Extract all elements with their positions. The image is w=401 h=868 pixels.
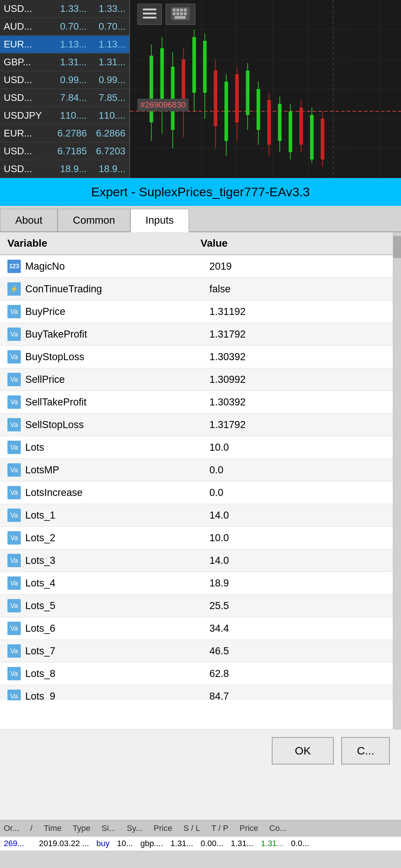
market-symbol: USD... [4,74,48,86]
hamburger-menu-button[interactable] [137,4,162,25]
row-variable-value[interactable]: 1.30392 [209,351,394,363]
table-row[interactable]: Va LotsMP 0.0 [0,459,401,481]
scrollbar-thumb[interactable] [393,236,401,258]
tab-common[interactable]: Common [58,209,130,231]
row-icon: Va [7,328,21,341]
cancel-button[interactable]: C... [341,737,390,765]
table-row[interactable]: Va Lots_7 46.5 [0,640,401,662]
taskbar-col-header: T / P [211,823,228,833]
row-variable-value[interactable]: 46.5 [209,645,394,657]
row-variable-value[interactable]: 0.0 [209,487,394,499]
market-bid: 1.31... [53,56,87,68]
row-variable-value[interactable]: 1.30992 [209,374,394,385]
market-watch-section: USD...1.33...1.33...AUD...0.70...0.70...… [0,0,401,178]
svg-rect-4 [173,9,176,11]
row-variable-value[interactable]: 25.5 [209,600,394,612]
col-variable-header: Variable [7,237,200,249]
market-ask: 7.85... [92,92,125,103]
tabs-bar: AboutCommonInputs [0,206,401,232]
row-variable-value[interactable]: 10.0 [209,532,394,544]
market-bid: 7.84... [53,92,87,103]
table-row[interactable]: Va Lots_9 84.7 [0,685,401,700]
svg-rect-39 [203,41,207,93]
market-row[interactable]: EUR...6.27866.2866 [0,125,129,142]
row-icon: Va [7,418,21,431]
row-variable-value[interactable]: 14.0 [209,510,394,521]
table-row[interactable]: Va SellStopLoss 1.31792 [0,414,401,436]
table-row[interactable]: Va Lots_8 62.8 [0,662,401,685]
row-variable-value[interactable]: false [209,283,394,295]
svg-rect-59 [310,115,314,160]
market-row[interactable]: USD...6.71856.7203 [0,142,129,160]
market-row[interactable]: USD...0.99...0.99... [0,71,129,89]
keyboard-button[interactable] [166,4,195,25]
market-bid: 110.... [53,110,87,121]
vertical-scrollbar[interactable] [393,232,401,729]
table-row[interactable]: Va Lots_5 25.5 [0,595,401,617]
market-ask: 1.31... [92,56,125,68]
row-variable-value[interactable]: 34.4 [209,623,394,634]
table-row[interactable]: Va Lots_3 14.0 [0,549,401,572]
table-scroll-area[interactable]: 123 MagicNo 2019 ⚡ ConTinueTrading false… [0,255,401,700]
table-row[interactable]: Va Lots_1 14.0 [0,504,401,527]
row-variable-value[interactable]: 1.31792 [209,329,394,340]
market-row[interactable]: USDJPY110....110.... [0,107,129,125]
market-row[interactable]: AUD...0.70...0.70... [0,18,129,36]
tab-inputs[interactable]: Inputs [130,209,189,232]
row-variable-value[interactable]: 1.31192 [209,306,394,318]
table-row[interactable]: ⚡ ConTinueTrading false [0,278,401,300]
svg-rect-45 [235,74,239,122]
row-variable-name: BuyPrice [25,306,209,318]
table-row[interactable]: Va Lots_6 34.4 [0,617,401,640]
row-variable-value[interactable]: 84.7 [209,691,394,701]
market-ask: 1.13... [92,39,125,50]
table-row[interactable]: Va Lots_2 10.0 [0,527,401,549]
market-row[interactable]: USD...7.84...7.85... [0,89,129,107]
row-variable-value[interactable]: 10.0 [209,442,394,453]
table-row[interactable]: Va BuyStopLoss 1.30392 [0,346,401,368]
row-icon: Va [7,350,21,364]
table-row[interactable]: Va BuyTakeProfit 1.31792 [0,323,401,346]
row-variable-value[interactable]: 2019 [209,261,394,272]
taskbar-time: 2019.03.22 ... [39,839,89,848]
svg-rect-29 [150,56,153,122]
row-variable-name: Lots_7 [25,645,209,657]
row-variable-name: Lots_2 [25,532,209,544]
crosshair-price-label: #269096830 [137,99,189,111]
market-symbol: USD... [4,92,48,103]
market-ask: 6.2866 [92,128,125,139]
row-variable-name: ConTinueTrading [25,283,209,295]
row-variable-name: Lots [25,442,209,453]
row-variable-name: Lots_4 [25,578,209,589]
table-row[interactable]: Va BuyPrice 1.31192 [0,300,401,323]
market-row[interactable]: USD...1.33...1.33... [0,0,129,18]
taskbar-col-header: Type [73,823,91,833]
svg-rect-51 [267,100,271,145]
market-row[interactable]: EUR...1.13...1.13... [0,36,129,53]
tab-about[interactable]: About [0,209,58,231]
market-row[interactable]: GBP...1.31...1.31... [0,53,129,71]
table-row[interactable]: Va SellTakeProfit 1.30392 [0,391,401,414]
row-variable-value[interactable]: 14.0 [209,555,394,566]
market-bid: 6.7185 [53,145,87,157]
market-bid: 18.9... [53,163,87,175]
market-symbol: USDJPY [4,110,48,121]
table-row[interactable]: Va SellPrice 1.30992 [0,368,401,391]
market-row[interactable]: USD...18.9...18.9... [0,160,129,178]
row-variable-value[interactable]: 18.9 [209,578,394,589]
table-row[interactable]: Va Lots_4 18.9 [0,572,401,595]
table-row[interactable]: Va Lots 10.0 [0,436,401,459]
taskbar-col-header: Co... [269,823,286,833]
market-symbol: GBP... [4,56,48,68]
chart-area[interactable]: #269096830 [130,0,401,178]
row-variable-value[interactable]: 1.30392 [209,397,394,408]
row-icon: Va [7,622,21,635]
taskbar-symbol: gbp.... [140,839,163,848]
row-variable-value[interactable]: 1.31792 [209,419,394,431]
table-row[interactable]: Va LotsIncrease 0.0 [0,481,401,504]
market-symbol: USD... [4,163,48,175]
row-variable-value[interactable]: 62.8 [209,668,394,680]
table-row[interactable]: 123 MagicNo 2019 [0,255,401,278]
ok-button[interactable]: OK [272,737,334,765]
row-variable-value[interactable]: 0.0 [209,464,394,476]
